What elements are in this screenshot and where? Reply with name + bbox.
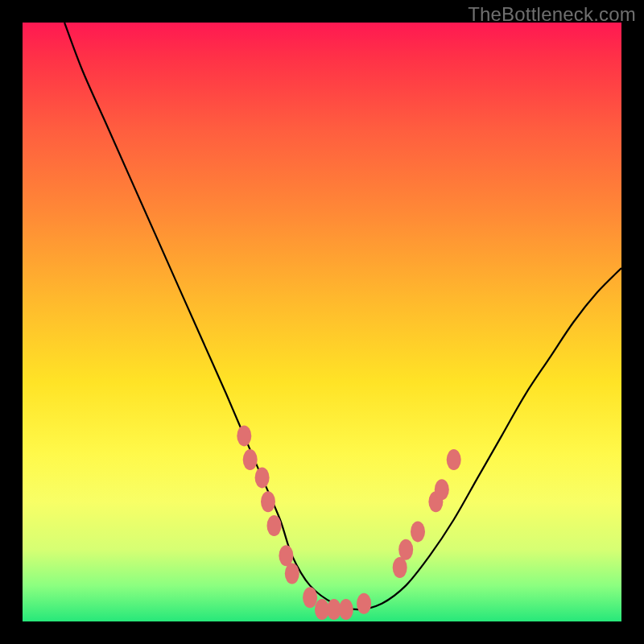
curve-markers-group <box>237 425 460 620</box>
curve-marker <box>267 515 282 536</box>
curve-marker <box>279 545 293 566</box>
curve-marker <box>357 593 371 614</box>
curve-marker <box>339 599 353 620</box>
curve-marker <box>303 587 317 608</box>
curve-marker <box>237 425 251 446</box>
curve-marker <box>435 479 449 500</box>
curve-marker <box>255 467 270 488</box>
bottleneck-curve-svg <box>23 23 621 621</box>
curve-marker <box>411 521 425 542</box>
bottleneck-curve-line <box>64 23 621 609</box>
curve-marker <box>398 539 413 560</box>
curve-marker <box>285 564 299 584</box>
chart-area <box>23 23 621 621</box>
watermark-text: TheBottleneck.com <box>468 3 636 26</box>
curve-marker <box>393 557 407 578</box>
curve-marker <box>243 449 258 470</box>
curve-marker <box>261 491 275 512</box>
curve-marker <box>447 449 461 470</box>
